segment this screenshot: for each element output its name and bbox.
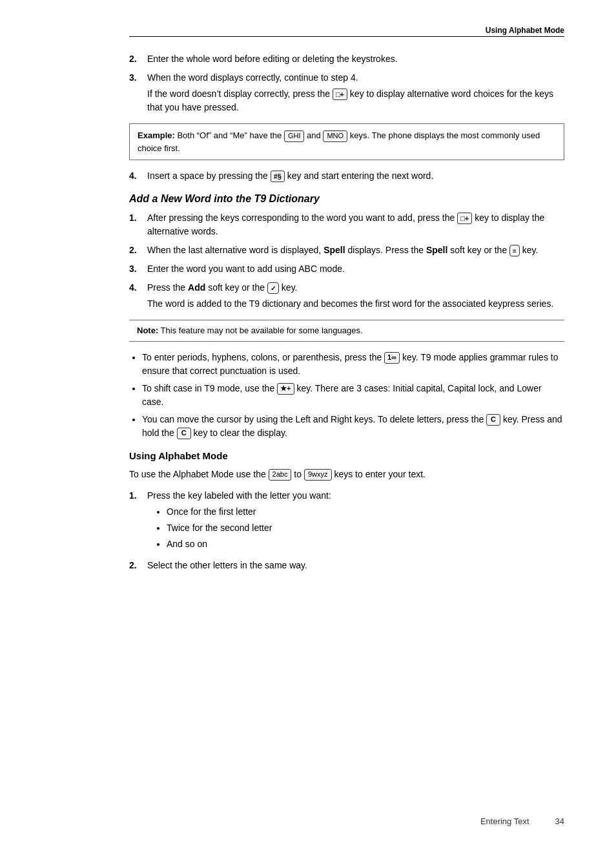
bullet1a-text: To enter periods, hyphens, colons, or pa… — [142, 352, 382, 362]
c-key1: C — [486, 414, 500, 426]
sub-bullet-2: Twice for the second letter — [167, 521, 564, 535]
spell-bold1: Spell — [323, 245, 345, 255]
s1-step2c-text: displays. Press the — [348, 245, 424, 255]
bullet3c-text: key to clear the display. — [194, 428, 287, 438]
bullet-list: To enter periods, hyphens, colons, or pa… — [142, 351, 564, 440]
step-4: 4. Insert a space by pressing the #§ key… — [129, 169, 564, 183]
footer-page-number: 34 — [555, 816, 564, 826]
s1-step3: 3. Enter the word you want to add using … — [129, 262, 564, 276]
note-box: Note: This feature may not be available … — [129, 320, 564, 342]
s1-step2: 2. When the last alternative word is dis… — [129, 244, 564, 257]
d-plus-key: □+ — [333, 88, 347, 100]
step2-text: Enter the whole word before editing or d… — [147, 54, 398, 64]
sub-bullet-3-text: And so on — [167, 539, 207, 549]
menu-key1: ≡ — [509, 245, 520, 256]
s2-step1-text: Press the key labeled with the letter yo… — [147, 490, 331, 501]
section2-intro2-text: to — [294, 469, 302, 479]
star-key: ★+ — [277, 383, 294, 395]
step3-sub1: If the word doesn’t display correctly, p… — [147, 88, 330, 99]
s1-step2e-text: soft key or the — [450, 245, 507, 255]
s2-step1: 1. Press the key labeled with the letter… — [129, 489, 564, 554]
step4-text1: Insert a space by pressing the — [147, 171, 268, 181]
step4-list: 4. Insert a space by pressing the #§ key… — [129, 169, 564, 183]
s2-sub-bullets: Once for the first letter Twice for the … — [167, 505, 564, 551]
hash-key: #§ — [271, 171, 285, 182]
example-and: and — [307, 130, 321, 140]
page: Using Alphabet Mode 2. Enter the whole w… — [0, 0, 616, 852]
page-header: Using Alphabet Mode — [129, 26, 564, 37]
page-footer: Entering Text 34 — [52, 816, 564, 826]
footer-entering-text: Entering Text — [480, 816, 529, 826]
example-box: Example: Both “Of” and “Me” have the GHI… — [129, 123, 564, 160]
s1-step4d-text: key. — [282, 282, 298, 293]
section2-intro3-text: keys to enter your text. — [334, 469, 426, 479]
bullet3a-text: You can move the cursor by using the Lef… — [142, 414, 484, 424]
section2-intro: To use the Alphabet Mode use the 2abc to… — [129, 468, 564, 481]
section1-heading: Add a New Word into the T9 Dictionary — [129, 193, 564, 205]
intro-steps: 2. Enter the whole word before editing o… — [129, 52, 564, 114]
s1-step4: 4. Press the Add soft key or the ✓ key. … — [129, 281, 564, 311]
section1-steps: 1. After pressing the keys corresponding… — [129, 211, 564, 311]
note-label: Note: — [137, 326, 158, 335]
step3-main: When the word displays correctly, contin… — [147, 72, 358, 83]
s2-step2-text: Select the other letters in the same way… — [147, 560, 307, 570]
note-text: This feature may not be available for so… — [161, 326, 363, 335]
spell-bold2: Spell — [426, 245, 447, 255]
step-3: 3. When the word displays correctly, con… — [129, 71, 564, 114]
s1-step2a-text: When the last alternative word is displa… — [147, 245, 321, 255]
s1-step1: 1. After pressing the keys corresponding… — [129, 211, 564, 238]
ok-key: ✓ — [267, 282, 279, 294]
sub-bullet-3: And so on — [167, 537, 564, 551]
bullet-3: You can move the cursor by using the Lef… — [142, 413, 564, 440]
section2-steps: 1. Press the key labeled with the letter… — [129, 489, 564, 572]
nine-wxyz-key: 9wxyz — [304, 469, 332, 481]
sub-bullet-1: Once for the first letter — [167, 505, 564, 519]
s1-step1-text: After pressing the keys corresponding to… — [147, 213, 455, 223]
ghi-key: GHI — [284, 130, 305, 142]
mno-key: MNO — [323, 130, 347, 142]
bullet-1: To enter periods, hyphens, colons, or pa… — [142, 351, 564, 378]
section2-heading: Using Alphabet Mode — [129, 450, 564, 461]
add-bold: Add — [188, 282, 205, 293]
s1-step4c-text: soft key or the — [208, 282, 265, 293]
bullet2a-text: To shift case in T9 mode, use the — [142, 383, 274, 393]
section2-intro1-text: To use the Alphabet Mode use the — [129, 469, 266, 479]
two-abc-key: 2abc — [269, 469, 292, 481]
s2-step2: 2. Select the other letters in the same … — [129, 559, 564, 572]
one-key: 1∞ — [384, 352, 400, 364]
example-label: Example: — [138, 130, 175, 140]
s1-step4-sub: The word is added to the T9 dictionary a… — [147, 297, 564, 311]
c-key2: C — [177, 428, 191, 439]
s1-step3-text: Enter the word you want to add using ABC… — [147, 264, 345, 274]
header-title: Using Alphabet Mode — [486, 26, 564, 35]
sub-bullet-1-text: Once for the first letter — [167, 506, 256, 517]
sub-bullet-2-text: Twice for the second letter — [167, 523, 272, 533]
s1-step4a-text: Press the — [147, 282, 185, 293]
step4-text2: key and start entering the next word. — [287, 171, 433, 181]
example-text1: Both “Of” and “Me” have the — [177, 130, 282, 140]
s1-d-plus-key: □+ — [457, 213, 472, 224]
bullet-2: To shift case in T9 mode, use the ★+ key… — [142, 382, 564, 409]
s1-step2f-text: key. — [522, 245, 539, 255]
step-2: 2. Enter the whole word before editing o… — [129, 52, 564, 66]
